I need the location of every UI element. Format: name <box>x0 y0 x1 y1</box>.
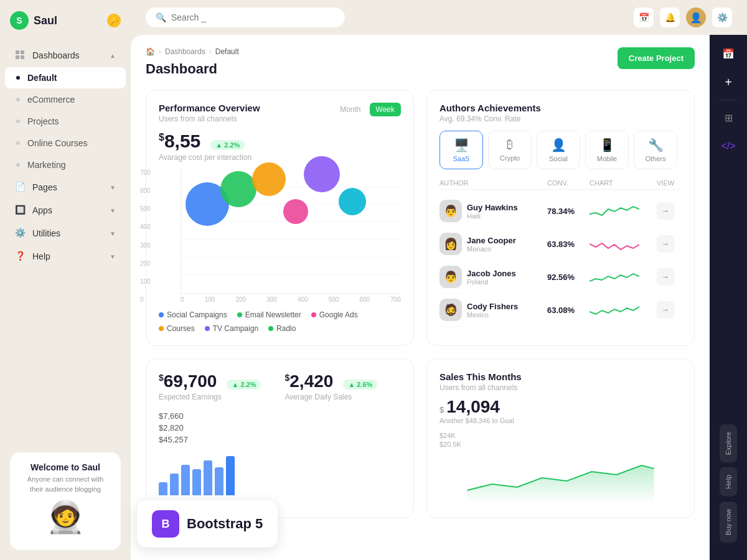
performance-label: Avarage cost per interaction <box>159 153 401 162</box>
sidebar-item-marketing[interactable]: Marketing <box>5 154 126 175</box>
author-country-1: Haiti <box>467 212 518 220</box>
legend-tv: TV Campaign <box>205 324 258 333</box>
cat-tab-mobile[interactable]: 📱 Mobile <box>585 131 629 169</box>
view-btn-2[interactable]: → <box>657 235 674 253</box>
marketing-label: Marketing <box>27 160 65 170</box>
legend-radio: Radio <box>268 324 296 333</box>
buy-now-button[interactable]: Buy now <box>720 502 737 543</box>
search-input[interactable] <box>171 12 335 22</box>
breadcrumb-dashboards[interactable]: Dashboards <box>165 47 205 56</box>
sidebar-item-ecommerce[interactable]: eCommerce <box>5 89 126 110</box>
view-btn-4[interactable]: → <box>657 301 674 319</box>
legend-label-email: Email Newsletter <box>245 310 301 319</box>
bubble-chart <box>181 169 401 294</box>
sidebar-item-utilities[interactable]: ⚙️ Utilities ▼ <box>5 222 126 245</box>
author-name-2: Jane Cooper <box>467 236 516 245</box>
logo-badge: 🔑 <box>107 14 121 27</box>
y-label-1: $24K <box>439 432 682 439</box>
avatar-1: 👨 <box>439 200 462 222</box>
create-project-button[interactable]: Create Project <box>618 47 695 69</box>
explore-button[interactable]: Explore <box>720 424 737 462</box>
performance-badge: ▲ 2.2% <box>210 140 245 150</box>
daily-sales-value: $2,420 <box>285 371 334 391</box>
plus-rp-icon[interactable]: + <box>717 71 740 93</box>
user-avatar[interactable]: 👤 <box>686 7 706 27</box>
search-box[interactable]: 🔍 <box>146 7 345 27</box>
dashboards-icon <box>15 50 26 61</box>
bar-3 <box>181 465 190 495</box>
legend-courses: Courses <box>159 324 195 333</box>
sidebar-item-dashboards[interactable]: Dashboards ▲ <box>5 44 126 67</box>
sidebar-item-projects[interactable]: Projects <box>5 111 126 132</box>
bubble-pink <box>283 199 308 224</box>
earnings-label: Expected Earnings <box>159 393 275 401</box>
sales-value: 14,094 <box>446 397 500 417</box>
cat-tab-others[interactable]: 🔧 Others <box>634 131 677 169</box>
code-rp-icon[interactable]: </> <box>717 135 740 157</box>
legend-label-tv: TV Campaign <box>213 324 258 333</box>
legend-label-courses: Courses <box>167 324 195 333</box>
cat-label-mobile: Mobile <box>597 155 617 162</box>
avatar-4: 🧔 <box>439 299 462 321</box>
pages-chevron: ▼ <box>110 184 116 191</box>
astronaut-image: 🧑‍🚀 <box>20 499 111 535</box>
svg-rect-2 <box>16 55 19 59</box>
author-row: 👩 Jane Cooper Monaco 63.83% → <box>439 228 682 261</box>
svg-rect-3 <box>21 55 24 59</box>
cat-tab-social[interactable]: 👤 Social <box>537 131 580 169</box>
cat-tab-crypto[interactable]: ₿ Crypto <box>488 131 532 169</box>
calendar-rp-icon[interactable]: 📅 <box>717 42 740 65</box>
breadcrumb-home[interactable]: 🏠 <box>146 47 155 56</box>
sales-title: Sales This Months <box>439 371 682 382</box>
sales-goal: Another $48,346 to Goal <box>439 417 682 424</box>
sidebar-item-online-courses[interactable]: Online Courses <box>5 133 126 154</box>
legend-dot-radio <box>268 326 273 331</box>
calendar-icon[interactable]: 📅 <box>634 7 654 27</box>
avatar-2: 👩 <box>439 233 462 255</box>
apps-icon: 🔲 <box>15 205 26 216</box>
authors-sub: Avg. 69.34% Conv. Rate <box>439 114 541 123</box>
sparkline-3 <box>590 268 639 286</box>
legend-dot-tv <box>205 326 210 331</box>
utilities-label: Utilities <box>32 228 60 238</box>
legend-google: Google Ads <box>311 310 358 319</box>
legend-dot-email <box>237 312 242 317</box>
author-name-4: Cody Fishers <box>467 302 518 311</box>
earnings-card: $69,700 ▲ 2.2% Expected Earnings $2,420 … <box>146 358 414 518</box>
legend-dot-courses <box>159 326 164 331</box>
conv-rate-3: 92.56% <box>547 273 585 282</box>
performance-sub: Users from all channels <box>159 114 260 123</box>
dashboards-label: Dashboards <box>32 50 80 60</box>
logo-icon: S <box>10 11 29 30</box>
welcome-card: Welcome to Saul Anyone can connect with … <box>10 452 121 550</box>
bubble-yellow <box>252 162 286 196</box>
view-btn-3[interactable]: → <box>657 268 674 286</box>
sidebar-item-pages[interactable]: 📄 Pages ▼ <box>5 176 126 198</box>
apps-label: Apps <box>32 205 52 215</box>
app-name: Saul <box>34 14 57 27</box>
settings-icon[interactable]: ⚙️ <box>712 7 732 27</box>
author-row: 👨 Guy Hawkins Haiti 78.34% → <box>439 195 682 228</box>
author-info-3: 👨 Jacob Jones Poland <box>439 266 542 288</box>
sidebar-item-apps[interactable]: 🔲 Apps ▼ <box>5 199 126 222</box>
help-side-button[interactable]: Help <box>720 467 737 497</box>
sidebar-item-help[interactable]: ❓ Help ▼ <box>5 245 126 268</box>
side-labels: Explore Help Buy now <box>720 424 737 553</box>
notification-icon[interactable]: 🔔 <box>660 7 680 27</box>
cat-tab-saas[interactable]: 🖥️ SaaS <box>439 131 483 169</box>
tab-week[interactable]: Week <box>370 103 401 116</box>
grid-rp-icon[interactable]: ⊞ <box>717 106 740 129</box>
apps-chevron: ▼ <box>110 207 116 214</box>
view-btn-1[interactable]: → <box>657 202 674 220</box>
conv-rate-2: 63.83% <box>547 240 585 249</box>
amount-2: $2,820 <box>159 423 401 432</box>
tab-month[interactable]: Month <box>334 103 367 116</box>
rp-divider <box>719 100 738 100</box>
author-country-4: Mexico <box>467 311 518 319</box>
right-panel: 📅 + ⊞ </> Explore Help Buy now <box>710 35 747 560</box>
sparkline-4 <box>590 301 639 319</box>
help-icon: ❓ <box>15 251 26 262</box>
sidebar-item-default[interactable]: Default <box>5 67 126 88</box>
period-tabs: Month Week <box>334 103 401 116</box>
ecommerce-label: eCommerce <box>27 95 75 105</box>
